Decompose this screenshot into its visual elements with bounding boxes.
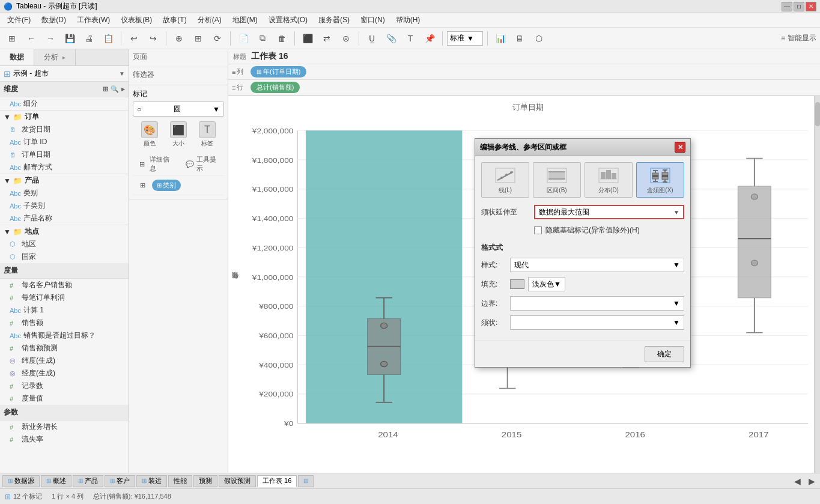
- tab-performance[interactable]: 性能: [168, 475, 192, 487]
- measure-item-记录数[interactable]: # 记录数: [0, 380, 129, 392]
- tab-whatif[interactable]: 假设预测: [219, 475, 256, 487]
- menu-server[interactable]: 服务器(S): [314, 14, 354, 26]
- toolbar-fit-btn[interactable]: ⬛: [299, 30, 316, 47]
- dimensions-more-icon[interactable]: ▸: [121, 85, 125, 93]
- chart-type-boxplot[interactable]: 盒须图(X): [636, 162, 684, 198]
- category-pill[interactable]: ⊞ 类别: [152, 180, 181, 191]
- marks-type-dropdown[interactable]: ○ 圆 ▼: [133, 102, 224, 117]
- dim-item-子类别[interactable]: Abc 子类别: [0, 199, 129, 212]
- tab-datasource[interactable]: ⊞ 数据源: [2, 475, 40, 487]
- chart-type-line[interactable]: 线(L): [481, 162, 529, 198]
- minimize-btn[interactable]: —: [782, 2, 792, 11]
- hide-marks-checkbox[interactable]: [534, 226, 542, 234]
- tab-customers[interactable]: ⊞ 客户: [105, 475, 135, 487]
- toolbar-chart-btn[interactable]: 📊: [492, 30, 509, 47]
- menu-story[interactable]: 故事(T): [158, 14, 191, 26]
- measure-item-纬度[interactable]: ◎ 纬度(生成): [0, 354, 129, 367]
- toolbar-dup-btn[interactable]: ⧉: [254, 30, 271, 47]
- dim-group-地点[interactable]: ▼ 📁 地点: [0, 225, 129, 238]
- dim-item-邮寄方式[interactable]: Abc 邮寄方式: [0, 161, 129, 174]
- toolbar-undo-btn[interactable]: ↩: [126, 30, 142, 47]
- tab-nav-left[interactable]: ◀: [791, 475, 803, 487]
- columns-pill[interactable]: ⊞ 年(订单日期): [251, 66, 306, 77]
- toolbar-clear-btn[interactable]: 🗑: [273, 30, 290, 47]
- menu-worksheet[interactable]: 工作表(W): [72, 14, 115, 26]
- toolbar-clip-btn[interactable]: 📎: [383, 30, 399, 47]
- dim-item-产品名称[interactable]: Abc 产品名称: [0, 212, 129, 225]
- toolbar-back-btn[interactable]: ←: [23, 30, 40, 47]
- format-fill-swatch[interactable]: [510, 279, 524, 289]
- dim-item-类别[interactable]: Abc 类别: [0, 187, 129, 199]
- toolbar-underline-btn[interactable]: U̲: [363, 30, 380, 47]
- toolbar-forward-btn[interactable]: →: [42, 30, 59, 47]
- chart-type-range[interactable]: 区间(B): [533, 162, 581, 198]
- menu-format[interactable]: 设置格式(O): [264, 14, 312, 26]
- format-whisker-dropdown[interactable]: ▼: [510, 315, 684, 330]
- title-bar-controls[interactable]: — □ ✕: [782, 2, 816, 11]
- dim-item-订单日期[interactable]: 🗓 订单日期: [0, 148, 129, 161]
- dim-item-订单ID[interactable]: Abc 订单 ID: [0, 136, 129, 148]
- marks-size-btn[interactable]: ⬛ 大小: [170, 121, 187, 148]
- vertical-scrollbar[interactable]: [814, 96, 820, 473]
- toolbar-view-dropdown[interactable]: 标准 ▼: [447, 31, 483, 46]
- toolbar-tv-btn[interactable]: 🖥: [511, 30, 528, 47]
- marks-color-btn[interactable]: 🎨 颜色: [141, 121, 158, 148]
- menu-window[interactable]: 窗口(N): [356, 14, 390, 26]
- toolbar-new-ws-btn[interactable]: 📄: [235, 30, 252, 47]
- rows-pill[interactable]: 总计(销售额): [251, 82, 300, 93]
- dialog-close-btn[interactable]: ✕: [675, 142, 685, 153]
- menu-file[interactable]: 文件(F): [2, 14, 35, 26]
- toolbar-copy-btn[interactable]: 📋: [100, 30, 117, 47]
- tab-data[interactable]: 数据: [0, 49, 34, 65]
- menu-help[interactable]: 帮助(H): [391, 14, 425, 26]
- toolbar-print-btn[interactable]: 🖨: [80, 30, 97, 47]
- toolbar-swap-btn[interactable]: ⇄: [318, 30, 335, 47]
- param-item-新业务增长[interactable]: # 新业务增长: [0, 421, 129, 433]
- format-style-dropdown[interactable]: 现代 ▼: [510, 258, 684, 272]
- param-item-流失率[interactable]: # 流失率: [0, 433, 129, 446]
- menu-dashboard[interactable]: 仪表板(B): [116, 14, 157, 26]
- tab-add[interactable]: ⊞: [298, 475, 314, 487]
- toolbar-sort-btn[interactable]: ⊜: [338, 30, 354, 47]
- toolbar-save-btn[interactable]: 💾: [61, 30, 78, 47]
- tab-overview[interactable]: ⊞ 概述: [41, 475, 71, 487]
- dimensions-grid-icon[interactable]: ⊞: [103, 85, 108, 93]
- chart-type-dist[interactable]: 分布(D): [585, 162, 633, 198]
- tab-nav-right[interactable]: ▶: [806, 475, 818, 487]
- menu-map[interactable]: 地图(M): [228, 14, 263, 26]
- measure-item-计算1[interactable]: Abc 计算 1: [0, 304, 129, 317]
- toolbar-grid-btn[interactable]: ⊞: [4, 30, 20, 47]
- toolbar-extract-btn[interactable]: ⊞: [190, 30, 207, 47]
- dim-group-订单[interactable]: ▼ 📁 订单: [0, 110, 129, 123]
- format-border-dropdown[interactable]: ▼: [510, 296, 684, 311]
- format-fill-dropdown[interactable]: 淡灰色 ▼: [528, 277, 565, 291]
- smart-display[interactable]: ≡ 智能显示: [781, 33, 816, 43]
- measure-item-每名客户销售额[interactable]: # 每名客户销售额: [0, 279, 129, 291]
- tab-ws16[interactable]: 工作表 16: [257, 475, 297, 487]
- toolbar-refresh-btn[interactable]: ⟳: [209, 30, 226, 47]
- tab-products[interactable]: ⊞ 产品: [73, 475, 103, 487]
- measure-item-每笔订单利润[interactable]: # 每笔订单利润: [0, 291, 129, 304]
- toolbar-share-btn[interactable]: ⬡: [530, 30, 547, 47]
- toolbar-pin-btn[interactable]: 📌: [421, 30, 438, 47]
- dim-item-细分[interactable]: Abc 细分: [0, 97, 129, 110]
- close-btn[interactable]: ✕: [806, 2, 816, 11]
- datasource-dropdown[interactable]: ▼: [119, 70, 125, 77]
- marks-label-btn[interactable]: T 标签: [199, 121, 216, 148]
- dialog-ok-btn[interactable]: 确定: [645, 346, 684, 362]
- dimensions-search-icon[interactable]: 🔍: [111, 85, 119, 93]
- toolbar-connect-btn[interactable]: ⊕: [171, 30, 187, 47]
- dim-item-地区[interactable]: ⬡ 地区: [0, 238, 129, 250]
- tab-analysis[interactable]: 分析 ▸: [34, 49, 76, 65]
- toolbar-redo-btn[interactable]: ↪: [145, 30, 162, 47]
- measure-item-度量值[interactable]: # 度量值: [0, 392, 129, 405]
- toolbar-text-btn[interactable]: T: [402, 30, 419, 47]
- measure-item-销售额是否超过目标[interactable]: Abc 销售额是否超过目标？: [0, 329, 129, 342]
- dim-item-发货日期[interactable]: 🗓 发货日期: [0, 123, 129, 136]
- dim-item-国家[interactable]: ⬡ 国家: [0, 250, 129, 263]
- measure-item-销售额预测[interactable]: # 销售额预测: [0, 342, 129, 354]
- measure-item-销售额[interactable]: # 销售额: [0, 317, 129, 329]
- measure-item-经度[interactable]: ◎ 经度(生成): [0, 367, 129, 380]
- tab-forecast[interactable]: 预测: [193, 475, 217, 487]
- menu-analysis[interactable]: 分析(A): [193, 14, 226, 26]
